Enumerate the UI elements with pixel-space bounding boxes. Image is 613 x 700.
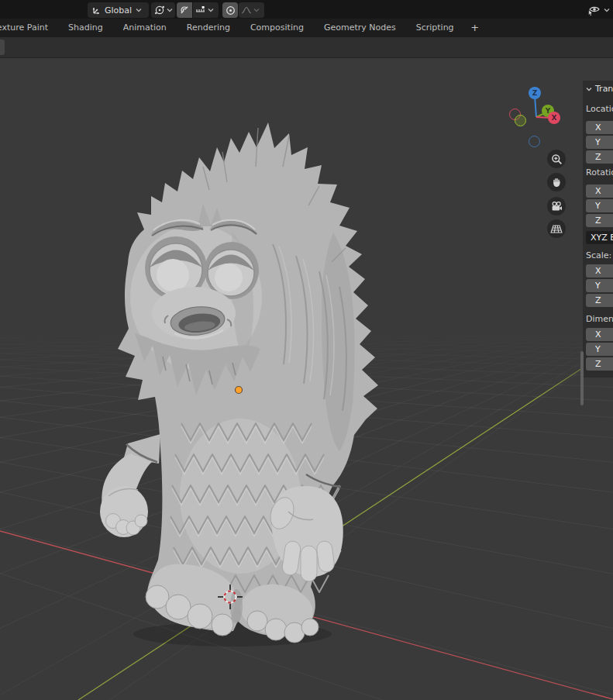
camera-view-button[interactable] <box>547 197 566 216</box>
transform-orientation-dropdown[interactable]: Global <box>88 2 149 18</box>
location-label: Location: <box>583 104 613 114</box>
pivot-point-icon <box>154 5 165 16</box>
axis-letter: Z <box>595 359 601 369</box>
ortho-perspective-toggle-button[interactable] <box>547 219 566 238</box>
workspace-tab-rendering[interactable]: Rendering <box>177 19 240 37</box>
transform-panel-header[interactable]: Transform <box>583 81 613 94</box>
add-workspace-button[interactable]: + <box>467 19 483 37</box>
axis-letter: X <box>595 186 601 196</box>
chevron-down-icon <box>253 8 260 12</box>
gizmo-z-label: Z <box>532 89 538 97</box>
axis-letter: X <box>595 122 601 133</box>
axis-letter: Y <box>595 281 601 291</box>
magnifier-plus-icon <box>551 153 563 165</box>
panel-scrollbar[interactable] <box>580 351 584 405</box>
rotation-z-field[interactable]: Z <box>586 214 613 227</box>
pivot-point-dropdown[interactable] <box>151 2 175 18</box>
location-y-field[interactable]: Y <box>586 136 613 149</box>
hand-icon <box>551 177 563 188</box>
gizmo-x-ball[interactable]: X <box>548 112 560 124</box>
location-x-field[interactable]: X <box>586 121 613 134</box>
proportional-circle-icon <box>226 5 236 16</box>
dimensions-y-field[interactable]: Y <box>586 343 613 356</box>
axis-letter: Z <box>595 216 601 226</box>
viewport-header <box>0 37 613 58</box>
falloff-curve-icon <box>241 5 252 16</box>
axis-letter: Z <box>595 295 601 305</box>
proportional-editing-toggle[interactable] <box>222 2 238 18</box>
workspace-tab-bar: Texture Paint Shading Animation Renderin… <box>0 19 613 37</box>
dimensions-x-field[interactable]: X <box>586 328 613 341</box>
clipped-header-widget[interactable] <box>0 40 5 55</box>
workspace-tab-geometry-nodes[interactable]: Geometry Nodes <box>314 19 406 37</box>
chevron-down-icon <box>586 87 592 91</box>
scale-y-field[interactable]: Y <box>586 279 613 292</box>
rotation-mode-dropdown[interactable]: XYZ Euler <box>586 231 613 244</box>
gizmo-z-ball[interactable]: Z <box>529 87 541 99</box>
grid-perspective-icon <box>550 223 563 235</box>
eye-cursor-icon <box>587 4 602 16</box>
3d-viewport[interactable] <box>0 58 613 700</box>
chevron-down-icon <box>604 8 610 12</box>
snap-settings-dropdown[interactable] <box>193 2 219 18</box>
orientation-label: Global <box>102 5 134 16</box>
workspace-tab-texture-paint[interactable]: Texture Paint <box>0 19 58 37</box>
rotation-x-field[interactable]: X <box>586 184 613 198</box>
view-object-types-dropdown[interactable] <box>587 2 613 18</box>
rotation-mode-value: XYZ Euler <box>591 233 613 243</box>
scale-x-field[interactable]: X <box>586 264 613 278</box>
gizmo-neg-z-ball[interactable] <box>529 136 540 147</box>
magnet-icon <box>180 5 190 16</box>
rotation-y-field[interactable]: Y <box>586 199 613 212</box>
snap-increment-icon <box>195 5 206 16</box>
chevron-down-icon <box>136 8 142 12</box>
rotation-label: Rotation: <box>583 167 613 178</box>
proportional-falloff-dropdown[interactable] <box>239 2 264 18</box>
scale-label: Scale: <box>583 250 611 260</box>
panel-title: Transform <box>595 84 613 94</box>
camera-icon <box>550 201 563 212</box>
object-origin-point[interactable] <box>236 387 243 394</box>
snap-toggle-button[interactable] <box>177 2 192 18</box>
gizmo-neg-y-ball[interactable] <box>515 115 526 126</box>
scale-z-field[interactable]: Z <box>586 294 613 307</box>
dimensions-z-field[interactable]: Z <box>586 357 613 371</box>
axis-letter: Y <box>595 137 601 147</box>
dimensions-label: Dimensions: <box>583 314 613 324</box>
pan-button[interactable] <box>547 173 566 191</box>
location-z-field[interactable]: Z <box>586 150 613 164</box>
workspace-tab-animation[interactable]: Animation <box>113 19 177 37</box>
workspace-tab-compositing[interactable]: Compositing <box>240 19 314 37</box>
viewport-scene <box>0 58 613 700</box>
workspace-tab-shading[interactable]: Shading <box>58 19 113 37</box>
axis-letter: Y <box>595 201 601 211</box>
sidebar-region: Transform Location: X Y Z Rotation: X Y … <box>583 81 613 378</box>
chevron-down-icon <box>167 8 173 12</box>
axis-letter: Z <box>595 152 601 162</box>
chevron-down-icon <box>208 8 214 12</box>
axis-letter: Y <box>595 344 601 354</box>
zoom-button[interactable] <box>547 150 566 168</box>
orientation-axes-icon <box>91 5 102 16</box>
workspace-tab-scripting[interactable]: Scripting <box>406 19 464 37</box>
navigation-gizmo[interactable]: Z Y X <box>502 81 567 153</box>
axis-letter: X <box>595 329 601 340</box>
axis-letter: X <box>595 266 601 276</box>
gizmo-x-label: X <box>552 114 557 122</box>
